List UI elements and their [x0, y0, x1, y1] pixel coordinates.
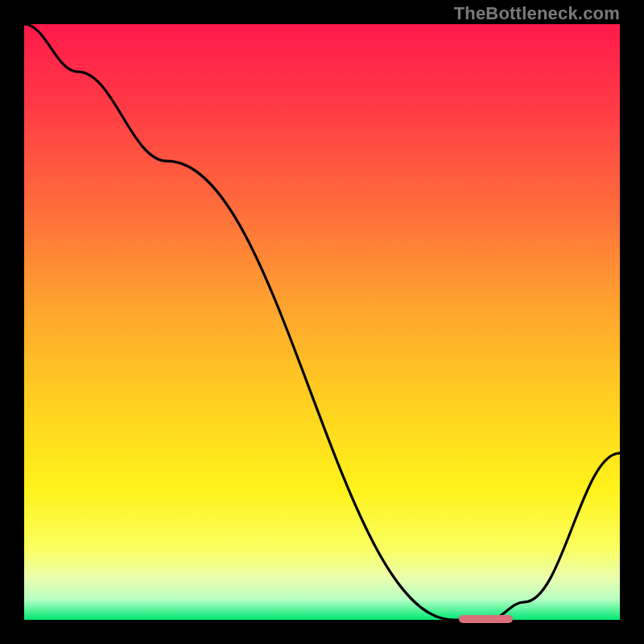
plot-area [24, 24, 620, 620]
watermark-text: TheBottleneck.com [454, 3, 620, 24]
chart-container: TheBottleneck.com [0, 0, 644, 644]
bottleneck-curve [24, 24, 620, 620]
optimal-range-marker [459, 615, 513, 623]
